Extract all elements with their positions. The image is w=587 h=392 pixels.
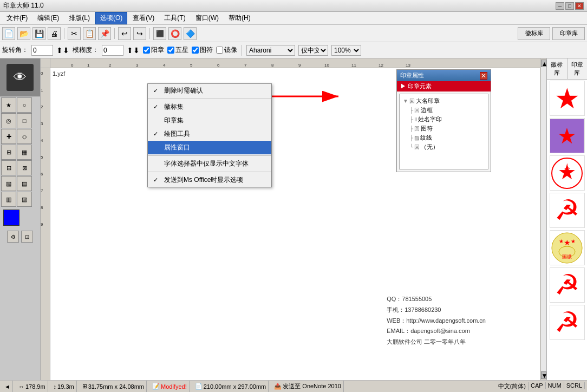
stamp-store-button[interactable]: 印章库 bbox=[552, 27, 585, 40]
menu-window[interactable]: 窗口(W) bbox=[191, 12, 223, 24]
font-filter-select[interactable]: 仅中文 bbox=[298, 45, 328, 56]
font-size-select[interactable]: 100% bbox=[331, 45, 361, 56]
scroll-up[interactable]: ▲ bbox=[541, 60, 546, 67]
tool-cross[interactable]: ✚ bbox=[1, 129, 16, 144]
paste-button[interactable]: 📌 bbox=[98, 27, 111, 40]
color-swatch[interactable] bbox=[3, 210, 19, 226]
tool-rect[interactable]: □ bbox=[17, 113, 32, 128]
stamp-icon2[interactable]: ⭕ bbox=[168, 27, 181, 40]
dd-delete-confirm[interactable]: ✓ 删除时需确认 bbox=[148, 84, 271, 97]
print-button[interactable]: 🖨 bbox=[48, 27, 61, 40]
tab-badge-lib[interactable]: 徽标库 bbox=[547, 58, 568, 79]
file-label: 1.yzf bbox=[53, 70, 65, 77]
menu-view[interactable]: 查看(V) bbox=[128, 12, 159, 24]
scale-input[interactable] bbox=[102, 45, 123, 56]
undo-button[interactable]: ↩ bbox=[118, 27, 131, 40]
minimize-button[interactable]: ─ bbox=[556, 2, 564, 10]
wm-phone: 手机：13788680230 bbox=[387, 305, 486, 316]
stamp-icon3[interactable]: 🔷 bbox=[184, 27, 197, 40]
dd-draw-tools[interactable]: ✓ 绘图工具 bbox=[148, 127, 271, 141]
tree-pattern[interactable]: ├ ▨ 纹线 bbox=[408, 133, 486, 142]
canvas-area[interactable]: 0 1 2 3 4 5 6 7 8 9 10 11 12 13 0 bbox=[41, 58, 540, 380]
stamp-hammer-sickle-1[interactable]: ☭ bbox=[550, 193, 585, 228]
status-scrl: SCRL bbox=[564, 382, 585, 389]
tool-panel: ★ ○ ◎ □ ✚ ◇ ⊞ ▦ ⊟ ⊠ ▧ ▤ bbox=[0, 96, 40, 244]
menu-help[interactable]: 帮助(H) bbox=[224, 12, 255, 24]
tool-box4[interactable]: ▤ bbox=[17, 176, 32, 191]
symbol-checkbox[interactable] bbox=[192, 47, 199, 54]
menu-options[interactable]: 选项(O) bbox=[95, 12, 127, 24]
new-button[interactable]: 📄 bbox=[2, 27, 15, 40]
menu-edit[interactable]: 编辑(E) bbox=[33, 12, 63, 24]
dd-sep3 bbox=[148, 172, 271, 172]
five-checkbox[interactable] bbox=[167, 47, 174, 54]
maximize-button[interactable]: □ bbox=[565, 2, 574, 10]
stamp-hammer-sickle-2[interactable]: ☭ bbox=[550, 267, 585, 303]
mirror-checkbox[interactable] bbox=[216, 47, 223, 54]
star-circle-svg: ★ 人 bbox=[550, 156, 584, 190]
menu-file[interactable]: 文件(F) bbox=[2, 12, 32, 24]
badge-lib-button[interactable]: 徽标库 bbox=[518, 27, 550, 40]
five-checkbox-label[interactable]: 五星 bbox=[167, 45, 188, 55]
status-nav-left[interactable]: ◄ bbox=[2, 381, 13, 392]
menu-bar: 文件(F) 编辑(E) 排版(L) 选项(O) 查看(V) 工具(T) 窗口(W… bbox=[0, 12, 587, 25]
font-select[interactable]: Aharoni bbox=[246, 45, 295, 56]
ruler-corner bbox=[41, 58, 50, 68]
dd-badge-set[interactable]: ✓ 徽标集 bbox=[148, 100, 271, 114]
stamp-red-star[interactable]: ★ bbox=[550, 81, 585, 116]
tree-symbol[interactable]: ├ 回 图符 bbox=[408, 124, 486, 133]
mini-btn-1[interactable]: ⚙ bbox=[7, 231, 19, 243]
scale-spin[interactable]: ⬆⬇ bbox=[127, 46, 140, 55]
scroll-down[interactable]: ▼ bbox=[541, 371, 546, 379]
symbol-checkbox-label[interactable]: 图符 bbox=[192, 45, 213, 55]
hammer-sickle-svg-2: ☭ bbox=[550, 269, 584, 302]
tool-box6[interactable]: ▨ bbox=[17, 192, 32, 207]
close-button[interactable]: ✕ bbox=[575, 2, 584, 10]
tool-star[interactable]: ★ bbox=[1, 97, 16, 113]
dd-font-filter[interactable]: 字体选择器中仅显示中文字体 bbox=[148, 157, 271, 171]
redo-button[interactable]: ↪ bbox=[133, 27, 146, 40]
menu-layout[interactable]: 排版(L) bbox=[64, 12, 94, 24]
tool-box1[interactable]: ⊟ bbox=[1, 160, 16, 175]
rotate-spin[interactable]: ⬆⬇ bbox=[56, 46, 69, 55]
tree-prefix-border: 回 bbox=[414, 107, 420, 114]
stamp-properties-panel: 印章属性 ✕ ▶ 印章元素 ▼ 回 大名印章 ├ 回 边框 ├ bbox=[396, 69, 491, 172]
rotate-input[interactable] bbox=[31, 45, 53, 56]
tree-root[interactable]: ▼ 回 大名印章 bbox=[402, 96, 486, 106]
open-button[interactable]: 📂 bbox=[17, 27, 30, 40]
dd-ms-office[interactable]: ✓ 发送到Ms Office时显示选项 bbox=[148, 173, 271, 187]
stamp-props-close[interactable]: ✕ bbox=[480, 72, 487, 80]
stamp-hammer-sickle-3[interactable]: ☭ bbox=[550, 305, 585, 340]
tool-diamond[interactable]: ◇ bbox=[17, 129, 32, 144]
mini-btn-2[interactable]: ⊡ bbox=[21, 231, 33, 243]
tool-ellipse[interactable]: ◎ bbox=[1, 113, 16, 128]
stamp-icon1[interactable]: ⬛ bbox=[153, 27, 166, 40]
menu-tools[interactable]: 工具(T) bbox=[160, 12, 190, 24]
stamp-purple-star[interactable]: ★ bbox=[550, 118, 585, 153]
yang-checkbox[interactable] bbox=[143, 47, 150, 54]
dd-stamp-set[interactable]: 印章集 bbox=[148, 114, 271, 127]
tool-circle[interactable]: ○ bbox=[17, 97, 32, 113]
tree-none[interactable]: └ 回 （无） bbox=[408, 142, 486, 152]
yang-checkbox-label[interactable]: 阳章 bbox=[143, 45, 164, 55]
mirror-checkbox-label[interactable]: 镜像 bbox=[216, 45, 237, 55]
status-modified: 📝 Modifyed! bbox=[150, 381, 190, 392]
tool-grid[interactable]: ⊞ bbox=[1, 145, 16, 160]
tree-name-stamp[interactable]: ├ Ⅱ 姓名字印 bbox=[408, 115, 486, 124]
copy-button[interactable]: 📋 bbox=[83, 27, 96, 40]
right-scrollbar[interactable]: ▲ ▼ bbox=[540, 58, 546, 380]
tool-box2[interactable]: ⊠ bbox=[17, 160, 32, 175]
stamp-star-circle[interactable]: ★ 人 bbox=[550, 155, 585, 191]
save-button[interactable]: 💾 bbox=[32, 27, 45, 40]
tool-box5[interactable]: ▥ bbox=[1, 192, 16, 207]
status-lang: 中文(简体) bbox=[496, 382, 529, 390]
dd-prop-window[interactable]: 属性窗口 bbox=[148, 141, 271, 154]
stamp-emblem[interactable]: ★ ★ ★ 国徽 bbox=[550, 230, 585, 265]
tree-icon-pattern: ├ bbox=[409, 135, 413, 141]
tree-border[interactable]: ├ 回 边框 bbox=[408, 106, 486, 115]
cut-button[interactable]: ✂ bbox=[68, 27, 81, 40]
tool-hash[interactable]: ▦ bbox=[17, 145, 32, 160]
tab-stamp-store[interactable]: 印章库 bbox=[568, 58, 588, 79]
tool-box3[interactable]: ▧ bbox=[1, 176, 16, 191]
svg-text:☭: ☭ bbox=[555, 306, 580, 338]
